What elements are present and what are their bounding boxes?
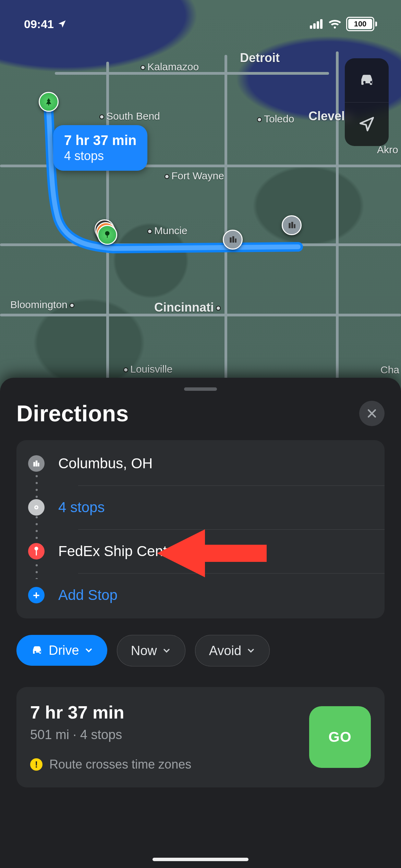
svg-rect-18: [36, 550, 37, 555]
map-toolbar: [345, 58, 389, 146]
svg-rect-10: [317, 21, 319, 29]
svg-rect-12: [33, 462, 35, 467]
sheet-title: Directions: [16, 400, 129, 426]
status-time: 09:41: [24, 17, 54, 31]
svg-rect-2: [230, 238, 231, 243]
city-detroit: Detroit: [240, 51, 280, 65]
battery-indicator: 100: [346, 17, 377, 31]
stop-row-intermediate[interactable]: 4 stops: [16, 485, 385, 529]
location-services-icon: [57, 19, 67, 29]
svg-rect-11: [320, 19, 323, 29]
svg-rect-6: [291, 222, 293, 228]
stop-row-destination[interactable]: FedEx Ship Center: [16, 529, 385, 573]
chevron-down-icon: [84, 646, 94, 655]
warning-icon: !: [30, 758, 42, 771]
svg-rect-3: [232, 236, 234, 242]
svg-rect-13: [36, 460, 37, 466]
origin-pin-icon: [39, 92, 59, 112]
svg-rect-8: [310, 25, 312, 29]
waypoint-icon: [28, 499, 45, 516]
go-button-label: GO: [328, 729, 351, 745]
close-icon: [366, 408, 378, 419]
route-summary-sub: 501 mi · 4 stops: [30, 727, 191, 742]
car-icon: [30, 643, 44, 657]
city-toledo: Toledo: [257, 113, 294, 125]
add-stop-button[interactable]: + Add Stop: [16, 573, 385, 617]
recenter-button[interactable]: [345, 102, 389, 146]
pill-label: Avoid: [209, 643, 241, 658]
svg-rect-4: [235, 239, 236, 243]
home-indicator[interactable]: [153, 858, 248, 861]
city-kalamazoo: Kalamazoo: [141, 61, 199, 73]
city-bloomington: Bloomington: [10, 299, 76, 311]
pill-label: Drive: [49, 643, 79, 658]
city-fort-wayne: Fort Wayne: [165, 170, 224, 182]
svg-rect-5: [289, 223, 290, 228]
route-time-callout[interactable]: 7 hr 37 min 4 stops: [53, 125, 147, 171]
stop-label: 4 stops: [58, 499, 105, 516]
chevron-down-icon: [246, 646, 256, 655]
stop-row-origin[interactable]: Columbus, OH: [16, 442, 385, 485]
directions-sheet[interactable]: Directions Columbus, OH 4 stops: [0, 378, 401, 868]
transport-mode-button[interactable]: [345, 58, 389, 102]
stop-label: FedEx Ship Center: [58, 543, 180, 559]
add-stop-label: Add Stop: [58, 587, 118, 603]
avoid-options-pill[interactable]: Avoid: [195, 635, 270, 666]
route-callout-time: 7 hr 37 min: [64, 132, 136, 148]
plus-icon: +: [28, 587, 45, 603]
city-icon: [28, 455, 45, 472]
close-button[interactable]: [359, 401, 385, 426]
chevron-down-icon: [162, 646, 171, 655]
route-summary-card[interactable]: 7 hr 37 min 501 mi · 4 stops ! Route cro…: [16, 687, 385, 787]
svg-rect-14: [38, 463, 39, 467]
svg-point-16: [36, 507, 37, 508]
route-callout-stops: 4 stops: [64, 148, 136, 163]
waypoint-pin-icon: [223, 230, 243, 250]
stops-card: Columbus, OH 4 stops FedEx Ship Center +…: [16, 440, 385, 618]
cellular-signal-icon: [310, 19, 324, 29]
city-cha: Cha: [380, 364, 399, 376]
route-warning: ! Route crosses time zones: [30, 757, 191, 772]
stop-label: Columbus, OH: [58, 455, 153, 472]
destination-pin-icon: [28, 543, 45, 559]
stop-stack-icon: [97, 225, 117, 245]
svg-rect-1: [107, 235, 108, 238]
pill-label: Now: [131, 643, 157, 658]
svg-rect-9: [313, 23, 316, 29]
drive-mode-pill[interactable]: Drive: [16, 635, 107, 666]
waypoint-pin-icon: [282, 215, 302, 235]
svg-rect-7: [294, 224, 295, 228]
sheet-grabber[interactable]: [184, 387, 217, 391]
city-louisville: Louisville: [123, 363, 172, 375]
route-summary-time: 7 hr 37 min: [30, 702, 191, 723]
city-south-bend: South Bend: [99, 110, 160, 122]
city-muncie: Muncie: [147, 225, 187, 237]
go-button[interactable]: GO: [309, 706, 371, 768]
route-warning-text: Route crosses time zones: [49, 757, 191, 772]
status-bar: 09:41 100: [0, 0, 401, 48]
map-canvas[interactable]: Detroit Kalamazoo South Bend Toledo Clev…: [0, 0, 401, 394]
wifi-icon: [328, 19, 341, 29]
city-cincinnati: Cincinnati: [154, 300, 223, 315]
depart-time-pill[interactable]: Now: [117, 635, 185, 666]
